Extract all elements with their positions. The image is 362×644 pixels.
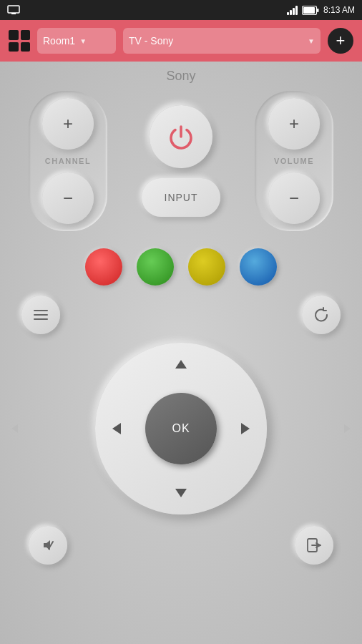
mute-icon — [40, 537, 56, 553]
room-chevron: ▼ — [79, 37, 87, 45]
yellow-button[interactable] — [188, 248, 225, 286]
center-controls: INPUT — [142, 105, 220, 217]
logo-sq1 — [9, 30, 19, 40]
exit-button[interactable] — [295, 526, 333, 565]
nav-section: OK — [0, 296, 362, 565]
page-right-arrow[interactable] — [337, 417, 358, 440]
volume-minus-button[interactable]: − — [268, 172, 320, 224]
page-left-arrow[interactable] — [4, 417, 25, 440]
dpad-container: OK — [95, 343, 267, 514]
add-button[interactable]: + — [328, 28, 353, 54]
room-selector[interactable]: Room1 ▼ — [37, 28, 116, 54]
refresh-button[interactable] — [302, 296, 341, 334]
input-button[interactable]: INPUT — [142, 178, 220, 217]
up-arrow-icon — [175, 360, 187, 369]
screen-icon — [7, 5, 20, 15]
svg-rect-1 — [11, 13, 16, 14]
channel-plus-button[interactable]: + — [42, 98, 94, 150]
green-button[interactable] — [137, 248, 174, 286]
power-button[interactable] — [150, 105, 212, 168]
clock: 8:13 AM — [323, 5, 355, 15]
bottom-row — [0, 520, 362, 565]
volume-label: VOLUME — [274, 157, 314, 165]
down-arrow-icon — [175, 489, 187, 497]
room-label: Room1 — [43, 35, 75, 47]
volume-plus-button[interactable]: + — [268, 98, 320, 150]
channel-group: + CHANNEL − — [29, 91, 107, 231]
left-arrow-icon — [112, 423, 121, 434]
ok-button[interactable]: OK — [145, 393, 217, 464]
controls-top: + CHANNEL − INPUT + VOLUME — [0, 91, 362, 231]
status-left — [7, 5, 20, 15]
logo-sq4 — [21, 42, 31, 52]
menu-button[interactable] — [21, 296, 60, 334]
dpad-down-button[interactable] — [167, 479, 195, 507]
device-selector[interactable]: TV - Sony ▼ — [123, 28, 321, 54]
channel-label: CHANNEL — [45, 157, 91, 165]
battery-icon — [302, 6, 319, 15]
dpad-up-button[interactable] — [167, 350, 195, 379]
channel-minus-button[interactable]: − — [42, 172, 94, 224]
status-right: 8:13 AM — [287, 5, 355, 15]
power-icon — [165, 121, 197, 152]
color-buttons-row — [0, 248, 362, 286]
logo-sq3 — [9, 42, 19, 52]
svg-rect-4 — [317, 9, 319, 12]
refresh-icon — [313, 307, 329, 323]
svg-rect-3 — [303, 7, 315, 14]
blue-button[interactable] — [240, 248, 277, 286]
device-chevron: ▼ — [308, 37, 315, 45]
status-bar: 8:13 AM — [0, 0, 362, 20]
header: Room1 ▼ TV - Sony ▼ + — [0, 20, 362, 62]
app-logo — [9, 30, 30, 52]
volume-group: + VOLUME − — [255, 91, 333, 231]
dpad-left-button[interactable] — [102, 414, 131, 443]
menu-icon — [34, 310, 48, 320]
right-arrow-icon — [241, 423, 250, 434]
page-right-icon — [344, 424, 351, 433]
page-left-icon — [11, 424, 18, 433]
exit-icon — [306, 537, 322, 553]
dpad-outer[interactable]: OK — [95, 343, 267, 514]
red-button[interactable] — [85, 248, 122, 286]
main-content: Sony + CHANNEL − INPUT — [0, 62, 362, 644]
device-name: Sony — [166, 69, 195, 84]
logo-sq2 — [21, 30, 31, 40]
signal-icon — [287, 5, 298, 15]
device-label: TV - Sony — [129, 35, 173, 47]
dpad-right-button[interactable] — [231, 414, 260, 443]
svg-rect-0 — [8, 6, 19, 13]
mute-button[interactable] — [29, 526, 67, 565]
